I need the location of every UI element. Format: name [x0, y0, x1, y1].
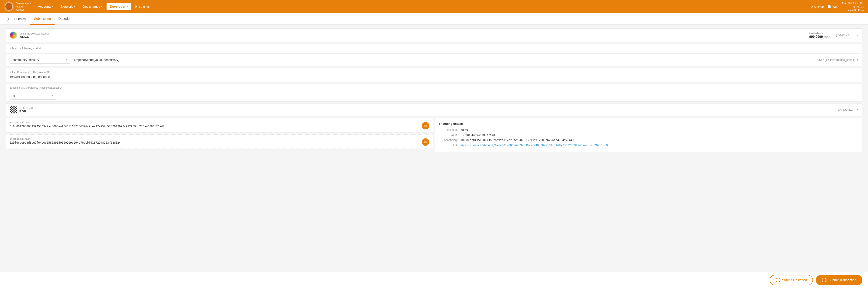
encoded-call-hash-box: encoded call hash 0x9f0cce9c3d8ee7f64e0d… [6, 134, 433, 149]
nav-accounts[interactable]: Accounts ▾ [35, 3, 57, 10]
bob-info: Id: AccountId BOB [19, 107, 838, 113]
encoding-row-value: value 170000443945309a7a48 [439, 133, 859, 137]
method-display: proposeSpend(value, beneficiary) [74, 58, 815, 62]
main-content: using the selected account ALICE free ba… [0, 25, 868, 190]
github-link[interactable]: ⚙ GitHub [810, 5, 824, 8]
sub-navigation: ⬡ Extrinsics Submission Decode [0, 13, 868, 25]
chevron-down-icon: ▾ [52, 94, 53, 97]
chevron-down-icon: ▾ [101, 5, 102, 8]
encoded-call-hash-value: 0x9f0cce9c3d8ee7f64e0d658639050300709e29… [9, 141, 420, 145]
encoding-row-callindex: callIndex 6c00 [439, 128, 859, 131]
extrinsic-row: communityTreasury ▾ proposeSpend(value, … [6, 54, 862, 66]
encoded-call-data-label: encoded call data [9, 121, 420, 124]
copy-call-data-button[interactable]: ⧉ [422, 122, 429, 129]
see-pallet-link[interactable]: See ['Pallet::propose_spend']. ▾ [819, 58, 859, 62]
nav-settings[interactable]: ⚙ Settings [132, 3, 152, 10]
wiki-link[interactable]: 📄 Wiki [828, 5, 838, 8]
extrinsic-header: submit the following extrinsic [6, 44, 862, 54]
encoding-key-value: value [439, 133, 458, 137]
encoded-call-hash-content: encoded call hash 0x9f0cce9c3d8ee7f64e0d… [9, 137, 420, 145]
dev-line2: local/1 [16, 5, 31, 8]
nav-governance[interactable]: Governance ▾ [79, 3, 105, 10]
encoding-val-beneficiary: 00 8eaf04151687736326c9fea17e25fc5287613… [461, 138, 574, 142]
chevron-down-icon: ▾ [52, 5, 53, 8]
bob-account-row: Id: AccountId BOB ZAP5o2BjW... ▾ [6, 103, 862, 116]
logo[interactable] [4, 1, 14, 12]
encoded-call-data-box: encoded call data 0x6c00170000443945309a… [6, 118, 433, 132]
free-balance-label: free balance [809, 32, 831, 35]
beneficiary-param-label: beneficiary: MultiAddress (AccountIdLook… [6, 84, 862, 90]
subnav-logo-area: ⬡ Extrinsics [6, 13, 26, 24]
chevron-down-icon: ▾ [74, 5, 75, 8]
nav-developer[interactable]: Developer ▾ [106, 3, 131, 10]
nav-network[interactable]: Network ▾ [58, 3, 78, 10]
chevron-down-icon: ▾ [127, 5, 128, 8]
encoded-call-data-content: encoded call data 0x6c00170000443945309a… [9, 121, 420, 128]
dev-line1: Development [16, 2, 31, 5]
encoded-left-col: encoded call data 0x6c00170000443945309a… [6, 118, 433, 153]
dev-line3: #2,032 [16, 8, 31, 11]
bob-avatar [9, 106, 17, 114]
github-icon: ⚙ [810, 5, 813, 8]
extrinsics-icon: ⬡ [6, 17, 10, 21]
account-address-group: ajYMsCKs E... [835, 34, 851, 37]
encoded-call-data-value: 0x6c00170000443945309a7a48008eaf04151687… [9, 125, 420, 128]
encoding-details-title: encoding details [439, 122, 859, 125]
beneficiary-select[interactable]: Id ▾ [9, 92, 56, 100]
encoded-call-hash-label: encoded call hash [9, 137, 420, 140]
account-address: ajYMsCKs E... [835, 34, 851, 37]
value-param-label: value: Compact<u128> (BalanceOf) [6, 68, 862, 74]
version-info: Astar Collator v6.41.0 api v12.0.2 apps … [842, 1, 864, 12]
dev-info: Development local/1 #2,032 [16, 2, 31, 12]
encoding-key-link: link [439, 143, 458, 147]
value-param-section: value: Compact<u128> (BalanceOf) 1337000… [6, 68, 862, 82]
encoding-val-value: 170000443945309a7a48 [461, 133, 495, 137]
chevron-down-icon: ▾ [857, 58, 859, 61]
encoding-key-callindex: callIndex [439, 128, 458, 131]
free-balance-value: 999.9999 MLOC [809, 35, 831, 38]
tab-submission[interactable]: Submission [30, 13, 55, 25]
encoding-val-callindex: 6c00 [461, 128, 468, 131]
gear-icon: ⚙ [134, 5, 137, 8]
account-name: ALICE [20, 35, 50, 38]
free-balance-group: free balance 999.9999 MLOC [809, 32, 831, 38]
avatar [9, 31, 17, 39]
beneficiary-select-row: Id ▾ [6, 90, 862, 101]
encoding-row-beneficiary: beneficiary 00 8eaf04151687736326c9fea17… [439, 138, 859, 142]
extrinsic-section: submit the following extrinsic community… [6, 44, 862, 66]
chevron-down-icon[interactable]: ▾ [857, 34, 859, 37]
logo-inner [5, 2, 13, 11]
nav-right-area: ⚙ GitHub 📄 Wiki Astar Collator v6.41.0 a… [810, 1, 864, 12]
encoding-link-value[interactable]: #/extrinsics/decode/0x6c0017000044394530… [461, 143, 615, 147]
encoding-key-beneficiary: beneficiary [439, 138, 458, 142]
bob-address: ZAP5o2BjW... ▾ [838, 108, 859, 111]
wiki-icon: 📄 [828, 5, 831, 8]
pallet-select[interactable]: communityTreasury ▾ [9, 56, 70, 64]
copy-call-hash-button[interactable]: ⧉ [422, 138, 429, 146]
account-info: using the selected account ALICE [20, 32, 50, 38]
copy-icon: ⧉ [424, 140, 427, 144]
beneficiary-param-section: beneficiary: MultiAddress (AccountIdLook… [6, 84, 862, 102]
top-navigation: Development local/1 #2,032 Accounts ▾ Ne… [0, 0, 868, 13]
bob-id-label: Id: AccountId [19, 107, 838, 109]
chevron-down-icon[interactable]: ▾ [857, 108, 859, 111]
balance-area: free balance 999.9999 MLOC ajYMsCKs E...… [809, 32, 859, 38]
page-title: Extrinsics [12, 17, 26, 21]
account-label: using the selected account [20, 32, 50, 35]
extrinsic-label: submit the following extrinsic [9, 47, 859, 50]
bob-name: BOB [19, 109, 838, 113]
tab-decode[interactable]: Decode [55, 13, 73, 25]
encoded-grid: encoded call data 0x6c00170000443945309a… [6, 118, 862, 153]
chevron-down-icon: ▾ [66, 58, 67, 61]
account-section: using the selected account ALICE free ba… [6, 28, 862, 42]
copy-icon: ⧉ [424, 124, 427, 128]
value-param-data: 133700000000000000000000 [6, 74, 862, 82]
encoding-details-box: encoding details callIndex 6c00 value 17… [435, 118, 863, 153]
encoding-row-link: link #/extrinsics/decode/0x6c00170000443… [439, 143, 859, 147]
